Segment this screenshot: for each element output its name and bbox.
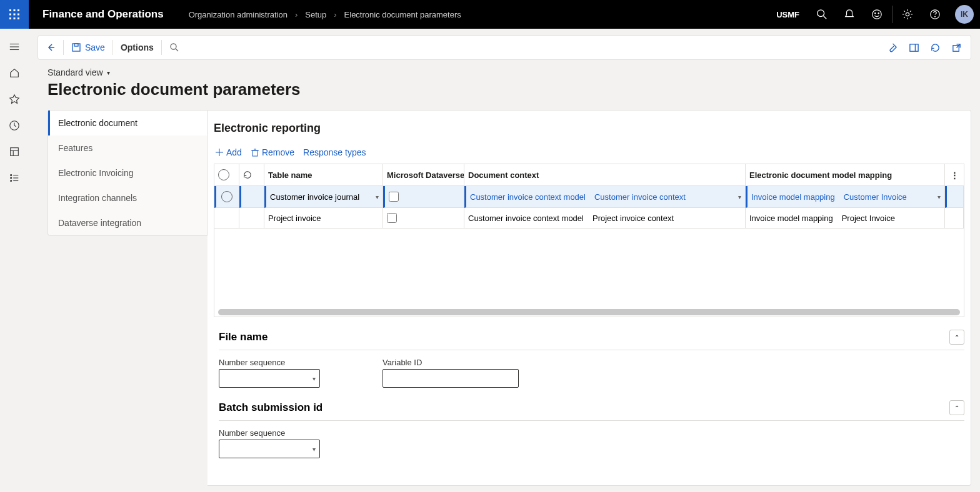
svg-point-16 [934,16,935,17]
row-selector[interactable] [214,186,239,208]
vnav-item-electronic-invoicing[interactable]: Electronic Invoicing [48,160,207,185]
recent-button[interactable] [0,112,29,139]
cell-dataverse[interactable] [383,186,464,208]
dataverse-checkbox[interactable] [387,213,397,223]
col-table-name[interactable]: Table name [264,164,383,186]
actionbar-search-button[interactable] [162,36,187,59]
grid-menu-button[interactable]: ⋮ [945,164,964,186]
settings-button[interactable] [894,0,921,29]
add-button[interactable]: Add [215,147,242,157]
row-marker [239,186,264,208]
chevron-down-icon: ▾ [312,446,316,453]
options-button[interactable]: Options [113,36,161,59]
modules-button[interactable] [0,165,29,191]
svg-rect-3 [9,14,11,16]
trash-icon [251,148,259,157]
svg-rect-31 [72,44,80,51]
vnav-item-electronic-document[interactable]: Electronic document [48,111,207,135]
hamburger-icon [9,41,20,52]
header-right: USMF IK [768,0,980,29]
number-sequence-select[interactable]: ▾ [219,369,320,388]
svg-rect-35 [909,44,918,51]
save-icon [71,42,81,52]
cell-document-context[interactable]: Customer invoice context modelProject in… [464,208,746,229]
batch-submission-section: Batch submission id ⌃ Number sequence ▾ [219,400,964,458]
attachments-button[interactable] [882,37,903,57]
collapse-button[interactable]: ⌃ [949,400,964,415]
search-button[interactable] [808,0,836,29]
workspaces-button[interactable] [0,139,29,165]
favorites-button[interactable] [0,86,29,112]
search-icon [816,9,828,20]
select-all-header[interactable] [214,164,239,186]
vnav-item-dataverse-integration[interactable]: Dataverse integration [48,210,207,235]
app-launcher-button[interactable] [0,0,29,29]
cell-model-mapping[interactable]: Invoice model mappingCustomer Invoice▾ [746,186,945,208]
list-icon [9,172,20,184]
svg-point-11 [872,10,881,19]
horizontal-scrollbar[interactable] [218,309,960,315]
feedback-button[interactable] [863,0,891,29]
content-panel: Electronic reporting Add Remove Response… [208,110,971,486]
back-button[interactable] [38,36,63,59]
attachment-icon [888,42,898,53]
svg-rect-1 [14,9,16,11]
breadcrumb-item[interactable]: Organization administration [189,10,288,19]
actionbar-right [882,37,971,57]
breadcrumb-item[interactable]: Electronic document parameters [344,10,461,19]
save-button[interactable]: Save [64,36,112,59]
view-selector[interactable]: Standard view▾ [48,67,301,77]
batch-number-sequence-field: Number sequence ▾ [219,428,320,458]
batch-submission-heading: Batch submission id [219,401,322,414]
notifications-button[interactable] [836,0,863,29]
remove-button[interactable]: Remove [251,147,294,157]
vnav-item-integration-channels[interactable]: Integration channels [48,185,207,210]
svg-rect-32 [74,44,78,46]
svg-point-13 [878,12,879,14]
svg-point-24 [11,174,12,175]
side-panel-button[interactable] [903,37,924,57]
smile-icon [871,9,882,20]
avatar[interactable]: IK [955,5,974,24]
chevron-down-icon: ▾ [107,69,110,76]
batch-number-sequence-select[interactable]: ▾ [219,440,320,458]
help-icon [929,9,941,20]
col-model-mapping[interactable]: Electronic document model mapping [746,164,945,186]
cell-table-name[interactable]: Project invoice [264,208,383,229]
popout-icon [951,42,962,53]
popout-button[interactable] [946,37,967,57]
vnav-item-features[interactable]: Features [48,135,207,160]
company-picker[interactable]: USMF [768,10,808,19]
svg-rect-0 [9,9,11,11]
cell-model-mapping[interactable]: Invoice model mappingProject Invoice [746,208,945,229]
svg-rect-6 [9,17,11,19]
cell-document-context[interactable]: Customer invoice context modelCustomer i… [464,186,746,208]
dataverse-checkbox[interactable] [389,192,399,202]
variable-id-input[interactable] [382,369,519,388]
refresh-button[interactable] [924,37,946,57]
home-button[interactable] [0,60,29,86]
collapse-button[interactable]: ⌃ [949,330,964,345]
page-title: Electronic document parameters [48,80,301,99]
help-button[interactable] [921,0,949,29]
cell-dataverse[interactable] [383,208,464,229]
row-marker [239,208,264,229]
row-selector[interactable] [214,208,239,229]
svg-point-28 [11,180,12,181]
col-dataverse[interactable]: Microsoft Dataverse ... [383,164,464,186]
refresh-header[interactable] [239,164,264,186]
number-sequence-field: Number sequence ▾ [219,358,320,388]
svg-rect-5 [18,14,19,16]
nav-toggle-button[interactable] [0,34,29,60]
chevron-down-icon: ▾ [376,194,379,200]
panel-icon [909,42,919,53]
cell-table-name[interactable]: Customer invoice journal▾ [264,186,383,208]
chevron-down-icon: ▾ [938,194,941,200]
col-document-context[interactable]: Document context [464,164,746,186]
gear-icon [902,9,913,20]
response-types-button[interactable]: Response types [303,147,366,157]
svg-point-33 [171,44,176,49]
breadcrumb-item[interactable]: Setup [305,10,326,19]
grid: Table name Microsoft Dataverse ... Docum… [214,164,964,317]
variable-id-field: Variable ID [382,358,519,388]
